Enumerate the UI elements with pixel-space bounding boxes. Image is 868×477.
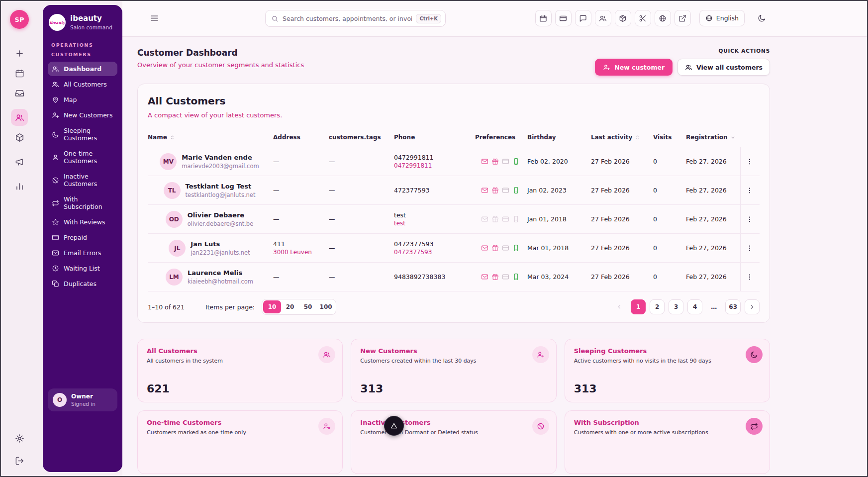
sms-pref-icon xyxy=(512,187,520,194)
repeat-icon xyxy=(750,422,758,430)
column-header-name[interactable]: Name xyxy=(148,134,273,141)
items-per-page-label: Items per page: xyxy=(205,303,255,311)
email-pref-icon xyxy=(481,273,488,281)
customer-preferences xyxy=(475,147,527,176)
pagination-next-button[interactable] xyxy=(745,299,760,314)
sidebar-item-one-time-customers[interactable]: One-time Customers xyxy=(48,146,117,168)
pagination-page-button[interactable]: 4 xyxy=(687,299,702,314)
per-page-option[interactable]: 10 xyxy=(263,300,281,313)
customer-phone: 0472991811 xyxy=(394,154,434,161)
gear-icon xyxy=(15,434,24,443)
sms-pref-icon xyxy=(512,158,520,165)
external-link-button[interactable] xyxy=(675,10,691,26)
theme-toggle-button[interactable] xyxy=(754,10,770,26)
services-button[interactable] xyxy=(635,10,651,26)
pagination-page-button[interactable]: 2 xyxy=(650,299,665,314)
pagination-page-button[interactable]: 3 xyxy=(669,299,683,314)
language-button[interactable]: English xyxy=(699,10,745,26)
stat-icon-wrap xyxy=(318,418,335,435)
sidebar-item-map[interactable]: Map xyxy=(48,93,117,107)
table-row[interactable]: LM Laurence Meliskiaieebh@hotmail.com — … xyxy=(148,263,760,291)
table-row[interactable]: TL Testklant Log Testtestklantlog@janlut… xyxy=(148,176,760,205)
sidebar-item-waiting-list[interactable]: Waiting List xyxy=(48,261,117,276)
column-header-last-activity[interactable]: Last activity xyxy=(591,134,653,141)
column-header-registration[interactable]: Registration xyxy=(686,134,740,141)
customer-address: — xyxy=(273,273,280,281)
rail-reports-button[interactable] xyxy=(11,178,28,194)
row-actions-button[interactable] xyxy=(743,212,757,226)
stat-card-with-subscription[interactable]: With Subscription Customers with one or … xyxy=(565,410,770,474)
rail-customers-button[interactable] xyxy=(11,109,28,126)
sidebar-item-label: One-time Customers xyxy=(64,150,113,165)
view-all-customers-button[interactable]: View all customers xyxy=(677,59,770,76)
sidebar-item-with-subscription[interactable]: With Subscription xyxy=(48,192,117,214)
clock-icon xyxy=(52,265,59,272)
sidebar-item-email-errors[interactable]: Email Errors xyxy=(48,246,117,260)
menu-toggle-button[interactable] xyxy=(150,13,159,23)
customer-birthday: Jan 02, 2023 xyxy=(527,187,567,194)
new-customer-button[interactable]: New customer xyxy=(595,59,673,76)
products-button[interactable] xyxy=(615,10,631,26)
pagination-page-button[interactable]: 1 xyxy=(631,299,646,314)
messages-button[interactable] xyxy=(575,10,591,26)
page-subtitle: Overview of your customer segments and s… xyxy=(137,61,304,69)
calendar-button[interactable] xyxy=(535,10,552,26)
customer-email: jan2231@janluts.net xyxy=(191,249,250,256)
table-row[interactable]: MV Marie Vanden endemarievde2003@gmail.c… xyxy=(148,147,760,176)
rail-settings-button[interactable] xyxy=(11,430,28,447)
stat-title: All Customers xyxy=(147,347,333,355)
sidebar-item-with-reviews[interactable]: With Reviews xyxy=(48,215,117,229)
stat-card-new-customers[interactable]: New Customers Customers created within t… xyxy=(351,339,556,402)
stat-card-one-time-customers[interactable]: One-time Customers Customers marked as o… xyxy=(137,410,343,474)
row-actions-button[interactable] xyxy=(743,270,757,284)
rail-marketing-button[interactable] xyxy=(11,153,28,170)
rail-logout-button[interactable] xyxy=(11,452,28,469)
pagination-prev-button[interactable] xyxy=(612,299,627,314)
globe-button[interactable] xyxy=(655,10,671,26)
customer-preferences xyxy=(475,234,527,262)
rail-products-button[interactable] xyxy=(11,129,28,146)
stat-card-inactive-customers[interactable]: Inactive Customers Customers with Dorman… xyxy=(351,410,556,474)
customer-birthday: Mar 03, 2024 xyxy=(527,273,569,281)
pagination-page-button[interactable]: 63 xyxy=(725,299,741,314)
table-row[interactable]: JL Jan Lutsjan2231@janluts.net 4113000 L… xyxy=(148,234,760,263)
topbar-actions: English xyxy=(535,10,770,26)
dev-overlay-badge[interactable] xyxy=(384,416,404,436)
row-actions-button[interactable] xyxy=(743,155,757,169)
rail-inbox-button[interactable] xyxy=(11,85,28,101)
customer-phone: 9483892738383 xyxy=(394,273,445,281)
email-pref-icon xyxy=(481,158,488,165)
sidebar-item-prepaid[interactable]: Prepaid xyxy=(48,230,117,245)
sidebar-item-new-customers[interactable]: New Customers xyxy=(48,108,117,122)
global-search[interactable]: Ctrl+K xyxy=(265,10,446,27)
rail-new-button[interactable] xyxy=(11,45,28,62)
stat-card-all-customers[interactable]: All Customers All customers in the syste… xyxy=(137,339,343,402)
search-input[interactable] xyxy=(283,15,412,22)
column-header-address: Address xyxy=(273,134,329,141)
rail-calendar-button[interactable] xyxy=(11,65,28,82)
table-header: Name Address customers.tags Phone Prefer… xyxy=(148,134,760,147)
per-page-option[interactable]: 20 xyxy=(281,300,299,313)
account-footer[interactable]: O Owner Signed in xyxy=(48,388,117,411)
customer-registration: Feb 27, 2026 xyxy=(686,215,727,223)
row-actions-button[interactable] xyxy=(743,241,757,255)
customer-registration: Feb 27, 2026 xyxy=(686,273,727,281)
user-avatar-badge[interactable]: SP xyxy=(10,10,29,29)
customers-button[interactable] xyxy=(595,10,611,26)
stat-value: 313 xyxy=(360,382,383,395)
sidebar-item-sleeping-customers[interactable]: Sleeping Customers xyxy=(48,123,117,145)
customer-phone-alt: 0472991811 xyxy=(394,162,432,169)
per-page-option[interactable]: 100 xyxy=(317,300,335,313)
sidebar-item-all-customers[interactable]: All Customers xyxy=(48,77,117,92)
customer-visits: 0 xyxy=(653,158,657,165)
quick-actions: QUICK ACTIONS New customer View all cust… xyxy=(595,48,770,76)
per-page-option[interactable]: 50 xyxy=(299,300,317,313)
payments-button[interactable] xyxy=(555,10,572,26)
stat-card-sleeping-customers[interactable]: Sleeping Customers Active customers with… xyxy=(565,339,770,402)
table-row[interactable]: OD Olivier Debaereolivier.debaere@snt.be… xyxy=(148,205,760,234)
row-actions-button[interactable] xyxy=(743,184,757,197)
sidebar-item-inactive-customers[interactable]: Inactive Customers xyxy=(48,169,117,191)
pagination: 1 2 3 4 … 63 xyxy=(612,299,760,314)
sidebar-item-duplicates[interactable]: Duplicates xyxy=(48,277,117,291)
sidebar-item-dashboard[interactable]: Dashboard xyxy=(48,62,117,76)
